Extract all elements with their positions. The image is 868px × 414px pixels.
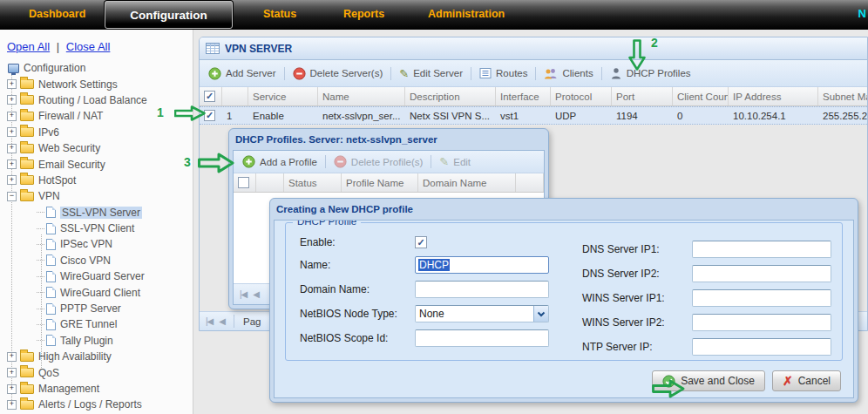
name-input[interactable]: DHCP [415,256,549,274]
enable-checkbox[interactable] [415,236,427,248]
tree-item-ipv6[interactable]: IPv6 [0,125,193,140]
wins-server-ip1-input[interactable] [692,289,831,307]
expand-icon[interactable] [7,352,17,362]
screen: Dashboard Configuration Status Reports A… [0,0,868,414]
tree-item-gre-tunnel[interactable]: GRE Tunnel [0,316,193,332]
tree-item-ssl-vpn-client[interactable]: SSL-VPN Client [0,221,193,236]
page-icon [46,287,56,298]
scope-label-row: NetBIOS Scope Id: [300,329,411,347]
tree-item-wireguard-client[interactable]: WireGuard Client [0,284,193,300]
dialog-title[interactable]: Creating a New DHCP profile [270,199,858,220]
collapse-icon[interactable] [7,192,17,201]
routes-button[interactable]: Routes [474,60,532,86]
tree-item-vpn[interactable]: VPN [0,188,193,204]
nav-reports[interactable]: Reports [343,8,384,20]
tree-item-high-availability[interactable]: High Availability [0,349,193,364]
folder-icon [20,79,34,89]
tree-item-ipsec-vpn[interactable]: IPSec VPN [0,236,193,252]
expand-icon[interactable] [7,175,17,185]
vpn-server-row[interactable]: 1 Enable netx-sslvpn_ser... Netx SSl VPN… [200,106,867,125]
dns2-control-row [692,265,831,282]
wins-server-ip2-input[interactable] [692,314,831,331]
tree-item-management[interactable]: Management [0,381,193,397]
dns-server-ip1-input[interactable] [692,241,831,258]
clients-icon [544,67,558,79]
cancel-x-icon: ✗ [783,375,793,387]
col-port[interactable]: Port [612,87,673,105]
dhcp-col-profile-name[interactable]: Profile Name [342,173,418,192]
domain-name-input[interactable] [415,281,549,298]
tree-item-ssl-vpn-server[interactable]: SSL-VPN Server [0,205,193,221]
tree-item-wireguard-server[interactable]: WireGuard Server [0,268,193,284]
tree-item-alerts-logs-reports[interactable]: Alerts / Logs / Reports [0,397,193,412]
expand-icon[interactable] [7,144,17,153]
clients-button[interactable]: Clients [539,60,598,86]
first-page-icon[interactable]: |◀ [206,316,213,326]
nav-configuration[interactable]: Configuration [105,1,233,29]
netbios-scope-id-input[interactable] [415,329,549,347]
tree-item-tally-plugin[interactable]: Tally Plugin [0,333,193,349]
tree-item-email-security[interactable]: Email Security [0,156,193,172]
ntp-server-ip-input[interactable] [692,338,831,356]
first-page-icon[interactable]: |◀ [240,289,247,299]
col-description[interactable]: Description [405,87,496,105]
prev-page-icon[interactable]: ◀ [219,316,225,326]
toolbar-separator [535,67,536,80]
dhcp-col-domain-name[interactable]: Domain Name [418,173,516,192]
dhcp-toolbar: Add a Profile Delete Profile(s) ✎ Edit [234,151,544,173]
col-interface[interactable]: Interface [496,87,551,105]
col-name[interactable]: Name [318,87,405,105]
dns-server-ip2-input[interactable] [692,265,831,282]
cancel-button[interactable]: ✗ Cancel [772,370,841,391]
col-service[interactable]: Service [248,87,318,105]
edit-pencil-icon: ✎ [399,68,409,79]
expand-icon[interactable] [7,400,17,410]
tree-item-hotspot[interactable]: HotSpot [0,173,193,188]
tree-item-network-settings[interactable]: Network Settings [0,76,193,92]
expand-icon[interactable] [7,368,17,377]
delete-icon [334,155,347,168]
col-subnet-mask[interactable]: Subnet Mask [818,87,868,105]
col-protocol[interactable]: Protocol [551,87,612,105]
col-client-count[interactable]: Client Count [673,87,729,105]
tree-item-qos[interactable]: QoS [0,364,193,380]
computer-icon [8,64,19,73]
close-all-link[interactable]: Close All [66,40,111,53]
select-all-checkbox[interactable] [204,91,215,102]
vpn-panel-header: VPN SERVER [200,37,867,60]
edit-server-button[interactable]: ✎ Edit Server [394,60,468,86]
folder-icon [20,127,34,137]
tree-item-pptp-server[interactable]: PPTP Server [0,301,193,316]
col-ip-address[interactable]: IP Address [729,87,818,105]
delete-profiles-button[interactable]: Delete Profile(s) [329,151,428,173]
add-profile-button[interactable]: Add a Profile [237,151,322,173]
delete-servers-button[interactable]: Delete Server(s) [288,60,389,86]
wins2-label-row: WINS Server IP2: [582,314,691,331]
dhcp-profiles-button[interactable]: DHCP Profiles [605,60,696,86]
expand-icon[interactable] [7,127,17,137]
wins2-control-row [692,314,831,331]
nav-right-text: N [858,7,866,20]
netbios-node-type-select[interactable]: None [415,305,549,322]
dhcp-col-status[interactable]: Status [284,173,342,192]
nav-status[interactable]: Status [263,8,296,20]
nav-dashboard[interactable]: Dashboard [29,8,85,20]
toolbar-separator [390,67,391,80]
tree-item-cisco-vpn[interactable]: Cisco VPN [0,253,193,268]
expand-icon[interactable] [7,79,17,89]
tree-item-web-security[interactable]: Web Security [0,140,193,156]
expand-icon[interactable] [7,384,17,394]
prev-page-icon[interactable]: ◀ [253,289,259,299]
edit-profile-button[interactable]: ✎ Edit [434,151,476,173]
expand-icon[interactable] [7,159,17,169]
dns2-label-row: DNS Server IP2: [582,265,691,282]
expand-icon[interactable] [7,112,17,121]
nav-administration[interactable]: Administration [428,8,505,20]
add-server-button[interactable]: Add Server [203,60,281,86]
expand-icon[interactable] [7,95,17,105]
tree-item-configuration[interactable]: Configuration [0,60,193,76]
dhcp-select-all-checkbox[interactable] [238,177,249,188]
open-all-link[interactable]: Open All [7,40,50,53]
chevron-down-icon[interactable] [533,306,548,322]
dhcp-window-title[interactable]: DHCP Profiles. Server: netx-sslvpn_serve… [229,129,548,150]
